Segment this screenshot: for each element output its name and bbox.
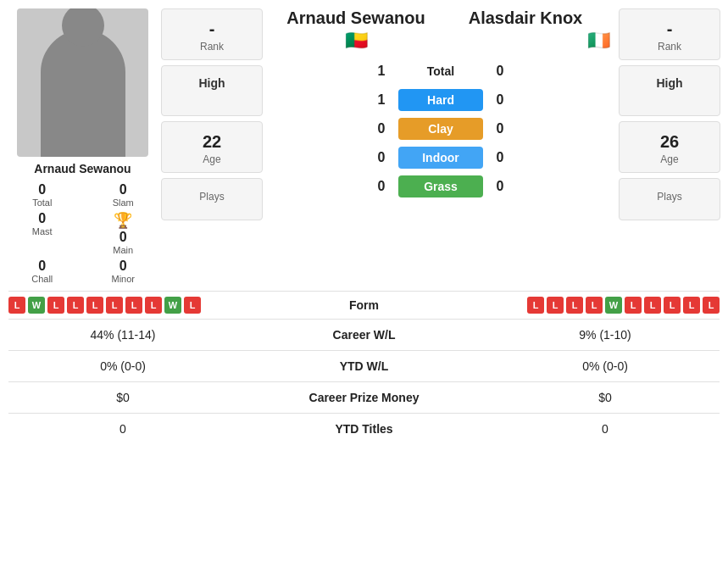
indoor-row: 0 Indoor 0	[271, 147, 610, 169]
form-badge-l: L	[683, 297, 700, 314]
titles-row: 0 YTD Titles 0	[8, 413, 720, 444]
player1-stats: 0 Total 0 Slam 0 Mast 🏆 0 Main 0 Chall 0	[8, 182, 157, 284]
form-badge-l: L	[67, 297, 84, 314]
player2-card: Alasdair Knox 0 Total 0 Slam 0 Mast 🏆 0 …	[725, 8, 728, 284]
p2-high-label-top: High	[626, 76, 713, 90]
form-label: Form	[201, 298, 527, 312]
p2-rank-box: - Rank	[619, 8, 720, 60]
form-badge-l: L	[184, 297, 201, 314]
p2-high-box: High	[619, 65, 720, 116]
p2-titles: 0	[491, 422, 720, 436]
indoor-score-left: 0	[364, 150, 398, 165]
p1-prize: $0	[8, 391, 237, 404]
titles-label: YTD Titles	[237, 422, 491, 436]
hard-score-right: 0	[483, 92, 517, 108]
p1-high-label-top: High	[169, 76, 255, 90]
p1-rank-box: - Rank	[161, 8, 263, 60]
grass-score-right: 0	[483, 179, 517, 194]
form-badge-l: L	[547, 297, 564, 314]
prize-row: $0 Career Prize Money $0	[8, 381, 720, 413]
surface-rows: 1 Total 0 1 Hard 0 0 Clay 0 0 Indoor 0	[271, 60, 610, 204]
player1-card: Arnaud Sewanou 0 Total 0 Slam 0 Mast 🏆 0…	[8, 8, 157, 284]
p2-total-val: 0 Total	[725, 182, 728, 208]
clay-badge: Clay	[398, 118, 483, 140]
p1-mast-val: 0 Mast	[8, 211, 76, 255]
p1-chall-val: 0 Chall	[8, 259, 76, 284]
avatar-silhouette-1	[41, 30, 125, 157]
p1-plays-box: Plays	[161, 178, 263, 220]
form-badge-l: L	[8, 297, 25, 314]
form-badge-l: L	[644, 297, 661, 314]
career-wl-label: Career W/L	[237, 328, 491, 342]
form-badge-w: W	[28, 297, 45, 314]
form-badge-w: W	[605, 297, 622, 314]
p2-mast-val: 0 Mast	[725, 211, 728, 255]
p1-trophy: 🏆 0 Main	[90, 211, 158, 255]
p2-chall-val: 0 Chall	[725, 259, 728, 284]
p1-form-badges: LWLLLLLLWL	[8, 297, 201, 314]
indoor-badge: Indoor	[398, 147, 483, 169]
total-row: 1 Total 0	[271, 60, 610, 82]
form-badge-l: L	[106, 297, 123, 314]
p2-age-box: 26 Age	[619, 121, 720, 173]
p2-form-badges: LLLLWLLLLL	[527, 297, 720, 314]
form-badge-l: L	[527, 297, 544, 314]
hard-row: 1 Hard 0	[271, 89, 610, 111]
p1-ytd-wl: 0% (0-0)	[8, 359, 237, 373]
grass-row: 0 Grass 0	[271, 175, 610, 197]
p2-center-name: Alasdair Knox 🇮🇪	[441, 8, 610, 52]
p1-age-box: 22 Age	[161, 121, 263, 173]
center-area: Arnaud Sewanou 🇧🇯 Alasdair Knox 🇮🇪 1 Tot…	[267, 8, 614, 284]
form-badge-l: L	[566, 297, 583, 314]
total-score-right: 0	[483, 64, 517, 79]
form-badge-l: L	[664, 297, 681, 314]
clay-score-left: 0	[364, 121, 398, 136]
player-names-row: Arnaud Sewanou 🇧🇯 Alasdair Knox 🇮🇪	[271, 8, 610, 52]
form-badge-l: L	[625, 297, 642, 314]
p1-high-box: High	[161, 65, 263, 116]
form-badge-l: L	[586, 297, 603, 314]
ytd-wl-label: YTD W/L	[237, 359, 491, 373]
career-wl-row: 44% (11-14) Career W/L 9% (1-10)	[8, 319, 720, 350]
total-score-left: 1	[364, 64, 398, 79]
player1-middle-stats: - Rank High 22 Age Plays	[157, 8, 267, 284]
grass-badge: Grass	[398, 175, 483, 197]
prize-label: Career Prize Money	[237, 391, 491, 404]
p2-plays-box: Plays	[619, 178, 720, 220]
p2-ytd-wl: 0% (0-0)	[491, 359, 720, 373]
total-badge: Total	[398, 60, 483, 82]
player2-stats: 0 Total 0 Slam 0 Mast 🏆 0 Main 0 Chall 0	[725, 182, 728, 284]
hard-score-left: 1	[364, 92, 398, 108]
avatar-head-1	[62, 8, 104, 47]
hard-badge: Hard	[398, 89, 483, 111]
top-section: Arnaud Sewanou 0 Total 0 Slam 0 Mast 🏆 0…	[0, 0, 728, 284]
p1-career-wl: 44% (11-14)	[8, 328, 237, 342]
clay-score-right: 0	[483, 121, 517, 136]
player1-avatar	[17, 8, 148, 157]
p1-slam-val: 0 Slam	[90, 182, 158, 208]
form-badge-l: L	[703, 297, 720, 314]
indoor-score-right: 0	[483, 150, 517, 165]
player1-name: Arnaud Sewanou	[34, 162, 131, 175]
ytd-wl-row: 0% (0-0) YTD W/L 0% (0-0)	[8, 350, 720, 381]
p1-center-name: Arnaud Sewanou 🇧🇯	[271, 8, 441, 52]
form-badge-w: W	[164, 297, 181, 314]
form-badge-l: L	[47, 297, 64, 314]
player2-middle-stats: - Rank High 26 Age Plays	[614, 8, 725, 284]
form-badge-l: L	[125, 297, 142, 314]
p2-prize: $0	[491, 391, 720, 404]
trophy-icon-1: 🏆	[114, 211, 132, 230]
p1-total-val: 0 Total	[8, 182, 76, 208]
form-badge-l: L	[145, 297, 162, 314]
clay-row: 0 Clay 0	[271, 118, 610, 140]
form-badge-l: L	[86, 297, 103, 314]
p1-minor-val: 0 Minor	[90, 259, 158, 284]
p1-titles: 0	[8, 422, 237, 436]
grass-score-left: 0	[364, 179, 398, 194]
form-section: LWLLLLLLWL Form LLLLWLLLLL	[8, 291, 720, 319]
p2-career-wl: 9% (1-10)	[491, 328, 720, 342]
stats-bottom: LWLLLLLLWL Form LLLLWLLLLL 44% (11-14) C…	[0, 291, 728, 444]
